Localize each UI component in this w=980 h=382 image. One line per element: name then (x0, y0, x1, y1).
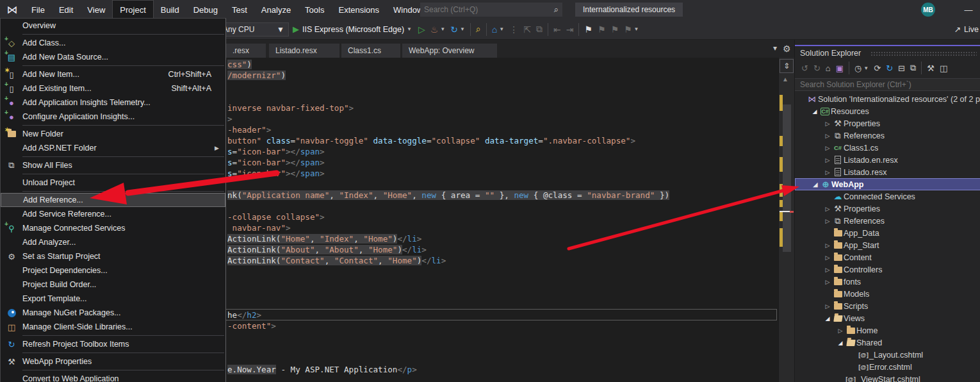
editor-tab-class1-cs[interactable]: Class1.cs (341, 44, 400, 58)
copy-structure-icon[interactable]: ⧉ (534, 22, 545, 37)
menubar-item-analyze[interactable]: Analyze (254, 0, 298, 19)
tree-item-webapp[interactable]: ◢⊕WebApp (795, 178, 980, 190)
menubar-item-build[interactable]: Build (154, 0, 186, 19)
expander-closed-icon[interactable]: ▷ (823, 169, 832, 176)
refresh-icon[interactable]: ↻ (883, 60, 895, 76)
tree-item-listado-resx[interactable]: ▷Listado.resx (795, 166, 980, 178)
menu-item-unload-project[interactable]: Unload Project (1, 176, 225, 190)
menu-item-add-application-insights-telemetry[interactable]: ●+Add Application Insights Telemetry... (1, 96, 225, 110)
menu-item-set-as-startup-project[interactable]: ⚙Set as Startup Project (1, 249, 225, 263)
tree-item-shared[interactable]: ◢Shared (795, 336, 980, 349)
find-in-files-icon[interactable]: ⌕ (473, 22, 484, 37)
menu-item-export-template[interactable]: Export Template... (1, 292, 225, 306)
preview-selected-icon[interactable]: ◫ (937, 60, 950, 76)
expander-closed-icon[interactable]: ▷ (823, 254, 832, 261)
toolbar-options-icon[interactable]: ⋮ (507, 22, 521, 37)
document-options-gear-icon[interactable]: ⚙ (783, 44, 791, 54)
expander-closed-icon[interactable]: ▷ (823, 303, 832, 310)
editor-tab-webapp-overview[interactable]: WebApp: Overview (402, 44, 497, 58)
menu-item-configure-application-insights[interactable]: ●+Configure Application Insights... (1, 110, 225, 124)
expander-closed-icon[interactable]: ▷ (823, 133, 832, 139)
menu-item-add-new-item[interactable]: ▯✶Add New Item...Ctrl+Shift+A (1, 67, 225, 81)
split-editor-handle[interactable]: ⇕ (780, 59, 794, 73)
tree-item-viewstart-cshtml[interactable]: [@]_ViewStart.cshtml (795, 373, 980, 382)
expander-closed-icon[interactable]: ▷ (823, 242, 832, 249)
expander-open-icon[interactable]: ◢ (823, 315, 832, 322)
expander-closed-icon[interactable]: ▷ (823, 279, 832, 285)
expander-closed-icon[interactable]: ▷ (823, 120, 832, 127)
run-button[interactable]: ▶ IIS Express (Microsoft Edge) ▼ (289, 24, 416, 34)
live-share-button[interactable]: ↗ Live (954, 24, 980, 34)
menu-item-overview[interactable]: Overview (1, 19, 225, 33)
solution-name-badge[interactable]: Internationalized resources (575, 3, 683, 17)
restart-icon[interactable]: ↻▼ (448, 22, 468, 37)
menubar-item-file[interactable]: File (24, 0, 52, 19)
tree-item-layout-cshtml[interactable]: [@]_Layout.cshtml (795, 349, 980, 361)
attach-icon[interactable]: ⇱ (521, 22, 534, 37)
tree-item-fonts[interactable]: ▷fonts (795, 276, 980, 288)
menubar-item-edit[interactable]: Edit (52, 0, 80, 19)
scrollbar-thumb[interactable] (783, 104, 791, 252)
menu-item-add-existing-item[interactable]: ▯+Add Existing Item...Shift+Alt+A (1, 81, 225, 96)
expander-open-icon[interactable]: ◢ (811, 181, 820, 188)
menubar-item-view[interactable]: View (80, 0, 112, 19)
menu-item-add-new-data-source[interactable]: ▤+Add New Data Source... (1, 50, 225, 64)
expander-open-icon[interactable]: ◢ (836, 340, 845, 346)
tree-item-properties[interactable]: ▷⚒Properties (795, 203, 980, 215)
menu-item-add-class[interactable]: ◇+Add Class... (1, 36, 225, 50)
previous-bookmark-icon[interactable]: ⚑ (595, 22, 608, 37)
clear-bookmarks-icon[interactable]: ⚑▼ (621, 22, 641, 37)
add-item-window-icon[interactable]: ⌂▼ (489, 22, 507, 37)
tree-item-views[interactable]: ◢Views (795, 312, 980, 324)
expander-open-icon[interactable]: ◢ (810, 108, 819, 115)
menubar-item-project[interactable]: Project (112, 0, 153, 19)
tree-item-content[interactable]: ▷Content (795, 251, 980, 263)
menu-item-webapp-properties[interactable]: ⚒WebApp Properties (1, 354, 225, 369)
tree-item-scripts[interactable]: ▷Scripts (795, 300, 980, 312)
tree-item-connected-services[interactable]: ☁Connected Services (795, 190, 980, 203)
tree-item-models[interactable]: Models (795, 288, 980, 300)
home-icon[interactable]: ⌂ (823, 60, 833, 76)
expander-closed-icon[interactable]: ▷ (823, 206, 832, 212)
tree-item-listado-en-resx[interactable]: ▷Listado.en.resx (795, 154, 980, 166)
solution-explorer-search-box[interactable] (795, 78, 980, 91)
toggle-bookmark-icon[interactable]: ⚑ (582, 22, 595, 37)
start-without-debugging-icon[interactable]: ▷ (416, 22, 428, 37)
collapse-all-icon[interactable]: ⊟ (895, 60, 908, 76)
tree-item-references[interactable]: ▷⧉References (795, 129, 980, 142)
menu-item-refresh-project-toolbox-items[interactable]: ↻Refresh Project Toolbox Items (1, 337, 225, 351)
expander-closed-icon[interactable]: ▷ (823, 267, 832, 273)
sync-with-active-document-icon[interactable]: ▣ (833, 60, 846, 76)
back-icon[interactable]: ↺ (799, 60, 811, 76)
tree-item-home[interactable]: ▷Home (795, 324, 980, 336)
hot-reload-icon[interactable]: ♨▼ (428, 22, 448, 37)
tree-item-solution-internationalized-resources[interactable]: ⋈Solution 'Internationalized resources' … (795, 93, 980, 105)
tree-item-app-data[interactable]: App_Data (795, 227, 980, 239)
menu-item-show-all-files[interactable]: ⧉Show All Files (1, 158, 225, 172)
search-input[interactable] (424, 5, 554, 14)
tree-item-resources[interactable]: ◢C#Resources (795, 105, 980, 117)
editor-tab-resx[interactable]: .resx (226, 44, 266, 58)
menu-item-add-asp-net-folder[interactable]: Add ASP.NET Folder▶ (1, 141, 225, 155)
menu-item-add-analyzer[interactable]: Add Analyzer... (1, 235, 225, 249)
tree-item-class1-cs[interactable]: ▷C#Class1.cs (795, 142, 980, 154)
menu-item-manage-nuget-packages[interactable]: Manage NuGet Packages... (1, 306, 225, 320)
expander-closed-icon[interactable]: ▷ (836, 328, 845, 334)
expander-closed-icon[interactable]: ▷ (823, 218, 832, 224)
menubar-item-extensions[interactable]: Extensions (331, 0, 386, 19)
tree-item-references[interactable]: ▷⧉References (795, 215, 980, 227)
show-all-files-icon[interactable]: ⧉ (908, 60, 919, 76)
tree-item-controllers[interactable]: ▷Controllers (795, 263, 980, 276)
menu-item-manage-connected-services[interactable]: ⚲+Manage Connected Services (1, 221, 225, 235)
expander-closed-icon[interactable]: ▷ (823, 157, 832, 163)
forward-icon[interactable]: ↻ (811, 60, 823, 76)
editor-tab-listado-resx[interactable]: Listado.resx (269, 44, 339, 58)
tree-item-properties[interactable]: ▷⚒Properties (795, 117, 980, 129)
menu-item-manage-client-side-libraries[interactable]: ◫Manage Client-Side Libraries... (1, 320, 225, 334)
solution-platform-combo[interactable]: Any CPU ▼ (218, 22, 289, 37)
menu-item-new-folder[interactable]: ✶New Folder (1, 127, 225, 141)
indent-increase-icon[interactable]: ⇥ (564, 22, 576, 37)
pending-changes-filter-icon[interactable]: ◷▼ (852, 60, 871, 76)
quick-search-box[interactable]: ⌕ (420, 3, 562, 17)
active-files-dropdown-icon[interactable]: ▾ (773, 44, 777, 53)
